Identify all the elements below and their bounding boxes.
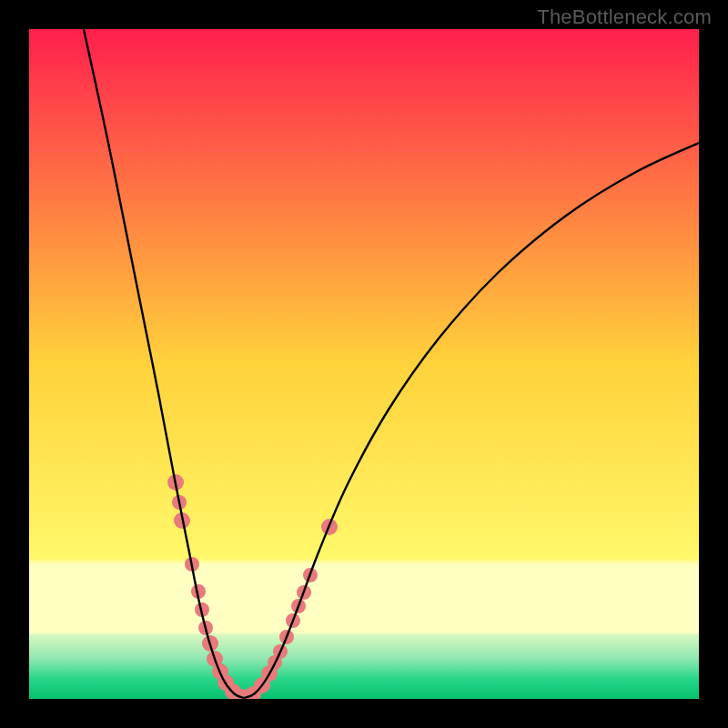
outer-frame: TheBottleneck.com [0,0,728,728]
curve-layer [29,29,699,699]
watermark-label: TheBottleneck.com [537,5,712,29]
markers [167,474,338,699]
left-branch [84,29,244,698]
plot-area [29,29,699,699]
right-branch [244,143,699,698]
